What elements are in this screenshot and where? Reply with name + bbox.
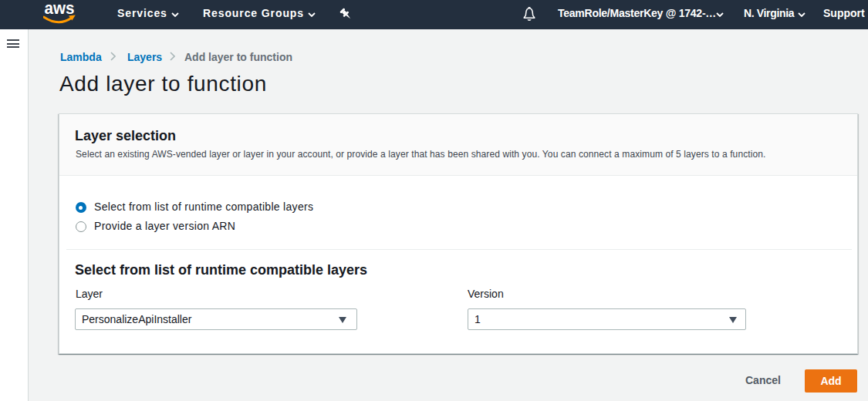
svg-text:aws: aws [45,3,75,18]
